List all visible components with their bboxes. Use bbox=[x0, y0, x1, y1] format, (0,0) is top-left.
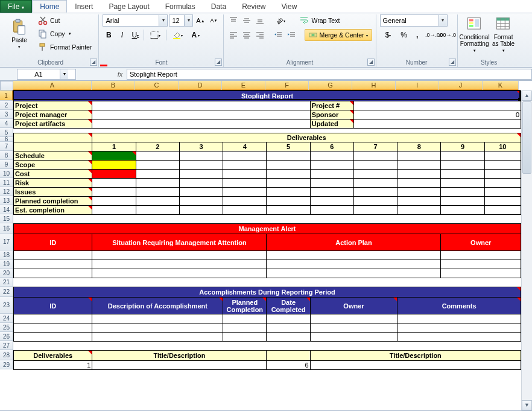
report-title[interactable]: Stoplight Report bbox=[14, 91, 521, 101]
cell[interactable] bbox=[92, 260, 267, 269]
tab-insert[interactable]: Insert bbox=[67, 0, 101, 13]
tab-data[interactable]: Data bbox=[203, 0, 234, 13]
deliv-col[interactable]: 9 bbox=[441, 142, 484, 151]
row-header[interactable]: 28 bbox=[0, 350, 13, 360]
vertical-scrollbar[interactable]: ▲ ▼ bbox=[521, 91, 532, 410]
cell[interactable] bbox=[441, 206, 484, 215]
deliv-col[interactable]: 8 bbox=[397, 142, 441, 151]
cell[interactable] bbox=[353, 101, 521, 110]
deliv-col[interactable]: 2 bbox=[136, 142, 179, 151]
cell[interactable] bbox=[136, 179, 179, 188]
row-header[interactable]: 24 bbox=[0, 314, 13, 323]
deliv-col[interactable]: 1 bbox=[92, 142, 136, 151]
cell[interactable] bbox=[179, 151, 223, 161]
cell[interactable] bbox=[397, 206, 441, 215]
cell[interactable] bbox=[441, 151, 484, 161]
cell[interactable] bbox=[267, 251, 441, 260]
row-header[interactable]: 17 bbox=[0, 234, 13, 250]
label-project[interactable]: Project bbox=[14, 101, 92, 110]
cell[interactable] bbox=[310, 161, 353, 170]
cell[interactable] bbox=[353, 206, 397, 215]
font-color-button[interactable]: A▾ bbox=[187, 29, 204, 41]
cell[interactable] bbox=[179, 161, 223, 170]
cell[interactable] bbox=[353, 170, 397, 179]
comma-button[interactable]: , bbox=[411, 29, 423, 41]
cell[interactable] bbox=[92, 269, 267, 278]
chevron-down-icon[interactable]: ▾ bbox=[184, 15, 192, 26]
cell[interactable] bbox=[136, 188, 179, 197]
acc-owner[interactable]: Owner bbox=[310, 298, 397, 314]
cell[interactable] bbox=[14, 314, 92, 323]
cell[interactable] bbox=[267, 206, 310, 215]
cell[interactable] bbox=[484, 179, 521, 188]
row-header[interactable]: 2 bbox=[0, 101, 13, 110]
file-tab[interactable]: File bbox=[0, 0, 32, 13]
cell[interactable] bbox=[310, 333, 397, 342]
align-bottom-button[interactable] bbox=[254, 14, 266, 27]
row-header[interactable]: 7 bbox=[0, 142, 13, 151]
cell[interactable] bbox=[223, 170, 267, 179]
deliv-col[interactable]: 5 bbox=[267, 142, 310, 151]
cell[interactable] bbox=[397, 151, 441, 161]
row-header[interactable]: 26 bbox=[0, 332, 13, 341]
cell[interactable] bbox=[310, 151, 353, 161]
mgmt-alert-title[interactable]: Management Alert bbox=[14, 224, 521, 234]
col-header[interactable]: F bbox=[265, 81, 309, 91]
cell[interactable] bbox=[484, 161, 521, 170]
cell[interactable] bbox=[179, 206, 223, 215]
label-pm[interactable]: Project manager bbox=[14, 110, 92, 119]
cell[interactable] bbox=[267, 151, 310, 161]
font-name-combo[interactable]: ▾ bbox=[103, 14, 168, 27]
name-box[interactable]: ▾ bbox=[17, 69, 76, 80]
cell[interactable] bbox=[179, 197, 223, 206]
cell[interactable] bbox=[397, 170, 441, 179]
cell[interactable] bbox=[92, 151, 136, 161]
cell[interactable] bbox=[353, 188, 397, 197]
row-est[interactable]: Est. completion bbox=[14, 206, 92, 215]
cell[interactable] bbox=[14, 251, 92, 260]
cell[interactable] bbox=[14, 269, 92, 278]
acc-planned[interactable]: Planned Completion bbox=[223, 298, 267, 314]
col-header[interactable]: H bbox=[352, 81, 396, 91]
cell[interactable] bbox=[441, 161, 484, 170]
acc-desc[interactable]: Description of Accomplishment bbox=[92, 298, 223, 314]
copy-button[interactable]: Copy▾ bbox=[35, 28, 95, 40]
row-header[interactable]: 13 bbox=[0, 196, 13, 205]
cell[interactable] bbox=[267, 314, 310, 323]
row-header[interactable]: 20 bbox=[0, 269, 13, 278]
chevron-down-icon[interactable]: ▾ bbox=[439, 15, 447, 26]
font-size-input[interactable] bbox=[169, 15, 184, 26]
deliv-col[interactable]: 4 bbox=[223, 142, 267, 151]
row-risk[interactable]: Risk bbox=[14, 179, 92, 188]
label-updated[interactable]: Updated bbox=[310, 119, 353, 129]
acc-id[interactable]: ID bbox=[14, 298, 92, 314]
cell-sponsor[interactable]: 0 bbox=[353, 110, 521, 119]
cell[interactable] bbox=[14, 260, 92, 269]
col-header[interactable]: J bbox=[439, 81, 483, 91]
row-cost[interactable]: Cost bbox=[14, 170, 92, 179]
align-right-button[interactable] bbox=[254, 29, 266, 41]
cell[interactable] bbox=[14, 333, 92, 342]
cell[interactable] bbox=[92, 170, 136, 179]
align-top-button[interactable] bbox=[227, 14, 239, 27]
grid[interactable]: Stoplight Report Project Project # Proje… bbox=[13, 91, 521, 410]
cell[interactable] bbox=[92, 361, 267, 370]
cell[interactable] bbox=[484, 206, 521, 215]
cell[interactable] bbox=[136, 197, 179, 206]
cell[interactable] bbox=[14, 323, 92, 333]
cell[interactable] bbox=[92, 179, 136, 188]
row-header[interactable]: 9 bbox=[0, 160, 13, 169]
cut-button[interactable]: Cut bbox=[35, 14, 95, 27]
cell[interactable] bbox=[310, 323, 397, 333]
deliverables-header[interactable]: Deliverables bbox=[92, 133, 521, 142]
row-header[interactable]: 3 bbox=[0, 110, 13, 119]
cell[interactable] bbox=[92, 197, 136, 206]
cell[interactable] bbox=[267, 333, 310, 342]
row-header[interactable]: 8 bbox=[0, 151, 13, 160]
cell[interactable] bbox=[484, 197, 521, 206]
row-header[interactable]: 11 bbox=[0, 178, 13, 187]
accounting-button[interactable]: $▾ bbox=[380, 29, 397, 41]
number-launcher[interactable]: ◢ bbox=[449, 59, 456, 66]
cell[interactable] bbox=[310, 314, 397, 323]
tab-review[interactable]: Review bbox=[234, 0, 273, 13]
